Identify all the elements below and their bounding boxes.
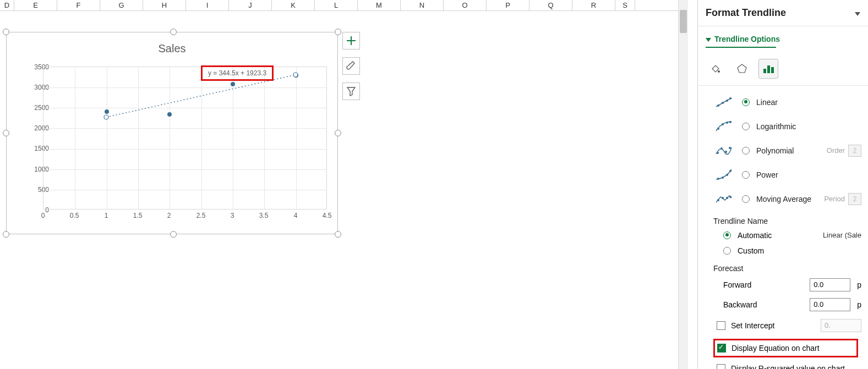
- svg-point-11: [729, 97, 731, 100]
- format-trendline-pane: Format Trendline Trendline Options Lin: [697, 0, 868, 369]
- col-Q[interactable]: Q: [529, 0, 572, 11]
- checkbox-icon: [717, 364, 725, 370]
- svg-point-18: [725, 151, 727, 153]
- data-point[interactable]: [294, 73, 298, 78]
- effects-tab-icon[interactable]: [732, 59, 752, 79]
- forward-label: Forward: [723, 280, 751, 289]
- col-J[interactable]: J: [229, 0, 272, 11]
- radio-icon: [742, 123, 750, 130]
- svg-point-26: [726, 197, 728, 199]
- data-point[interactable]: [167, 112, 172, 117]
- col-G[interactable]: G: [100, 0, 143, 11]
- col-E[interactable]: E: [14, 0, 57, 11]
- col-N[interactable]: N: [401, 0, 444, 11]
- set-intercept-checkbox[interactable]: Set Intercept: [698, 315, 868, 337]
- col-P[interactable]: P: [487, 0, 529, 11]
- data-point[interactable]: [231, 82, 235, 86]
- automatic-trendline-name-value: Linear (Sale: [823, 231, 861, 239]
- trend-type-logarithmic[interactable]: Logarithmic: [713, 114, 868, 139]
- resize-handle[interactable]: [3, 29, 9, 35]
- svg-point-8: [717, 104, 719, 107]
- period-label: Period: [824, 195, 845, 203]
- resize-handle[interactable]: [335, 231, 341, 238]
- chevron-down-icon[interactable]: [855, 12, 860, 16]
- x-tick: 0: [32, 212, 54, 219]
- svg-point-27: [729, 196, 731, 198]
- svg-point-20: [717, 178, 719, 180]
- x-tick: 4.5: [316, 212, 338, 219]
- funnel-icon: [346, 86, 356, 96]
- data-point[interactable]: [105, 109, 109, 114]
- trendline-name-automatic[interactable]: Automatic Linear (Sale: [698, 228, 868, 243]
- trendline-name-section: Trendline Name: [698, 211, 868, 228]
- chart-object[interactable]: Sales 0 500 1000 1500 2000 2500 3000 350…: [6, 32, 338, 234]
- display-r-squared-checkbox[interactable]: Display R-squared value on chart: [698, 360, 868, 370]
- forecast-backward-input[interactable]: [810, 298, 850, 311]
- option-label: Set Intercept: [731, 321, 774, 330]
- col-S-partial[interactable]: S: [615, 0, 635, 11]
- scrollbar-thumb[interactable]: [680, 10, 687, 33]
- x-tick: 3.5: [253, 212, 275, 219]
- svg-rect-6: [771, 67, 774, 73]
- fill-line-tab-icon[interactable]: [706, 59, 725, 79]
- chart-title[interactable]: Sales: [7, 42, 337, 55]
- unit-label: p: [857, 280, 861, 289]
- col-I[interactable]: I: [186, 0, 229, 11]
- col-H[interactable]: H: [143, 0, 186, 11]
- log-trend-icon: [713, 119, 735, 134]
- svg-point-9: [722, 102, 724, 104]
- display-equation-checkbox[interactable]: Display Equation on chart: [717, 343, 853, 354]
- pane-title: Format Trendline: [706, 7, 786, 19]
- paint-bucket-icon: [710, 63, 721, 74]
- trendline-options-tab-icon[interactable]: [758, 59, 778, 79]
- trend-type-moving-average[interactable]: Moving Average Period: [713, 187, 868, 211]
- svg-point-10: [726, 100, 728, 102]
- chart-filters-button[interactable]: [342, 82, 360, 100]
- col-F[interactable]: F: [57, 0, 100, 11]
- resize-handle[interactable]: [335, 130, 341, 136]
- col-K[interactable]: K: [272, 0, 315, 11]
- col-R[interactable]: R: [572, 0, 615, 11]
- svg-point-21: [722, 177, 724, 179]
- resize-handle[interactable]: [170, 29, 177, 35]
- trendline-equation-label[interactable]: y = 344.5x + 1923.3: [201, 65, 274, 81]
- col-O[interactable]: O: [444, 0, 487, 11]
- pentagon-icon: [736, 63, 747, 74]
- trend-type-power[interactable]: Power: [713, 163, 868, 187]
- radio-icon: [742, 98, 750, 106]
- col-M[interactable]: M: [358, 0, 401, 11]
- bar-chart-icon: [762, 63, 774, 74]
- option-label: Display R-squared value on chart: [731, 364, 845, 370]
- x-tick: 3: [221, 212, 243, 219]
- column-headers[interactable]: D E F G H I J K L M N O P Q R S: [0, 0, 678, 11]
- resize-handle[interactable]: [170, 231, 177, 238]
- svg-point-22: [726, 174, 728, 176]
- pane-tab-trendline-options[interactable]: Trendline Options: [706, 35, 780, 43]
- polynomial-order-input: [848, 145, 861, 157]
- svg-point-15: [729, 121, 731, 123]
- trend-type-linear[interactable]: Linear: [713, 90, 868, 114]
- sheet-vertical-scrollbar[interactable]: [678, 0, 688, 369]
- svg-point-25: [722, 197, 724, 199]
- backward-label: Backward: [723, 300, 757, 309]
- option-label: Polynomial: [756, 146, 794, 155]
- x-tick: 2.5: [190, 212, 212, 219]
- resize-handle[interactable]: [3, 130, 9, 136]
- resize-handle[interactable]: [3, 231, 9, 238]
- moving-avg-icon: [713, 191, 735, 207]
- trend-type-polynomial[interactable]: Polynomial Order: [713, 139, 868, 163]
- forecast-forward-input[interactable]: [810, 278, 850, 291]
- svg-point-14: [726, 122, 728, 124]
- plot-area[interactable]: [43, 67, 327, 210]
- poly-trend-icon: [713, 143, 735, 158]
- x-tick: 0.5: [63, 212, 85, 219]
- trendline-name-custom[interactable]: Custom: [698, 243, 868, 258]
- svg-rect-4: [763, 69, 766, 73]
- col-L[interactable]: L: [315, 0, 358, 11]
- chart-elements-button[interactable]: [342, 32, 360, 49]
- checkbox-icon: [717, 344, 726, 353]
- plus-icon: [346, 36, 356, 46]
- resize-handle[interactable]: [335, 29, 341, 35]
- chart-styles-button[interactable]: [342, 57, 360, 75]
- col-D-partial[interactable]: D: [0, 0, 14, 11]
